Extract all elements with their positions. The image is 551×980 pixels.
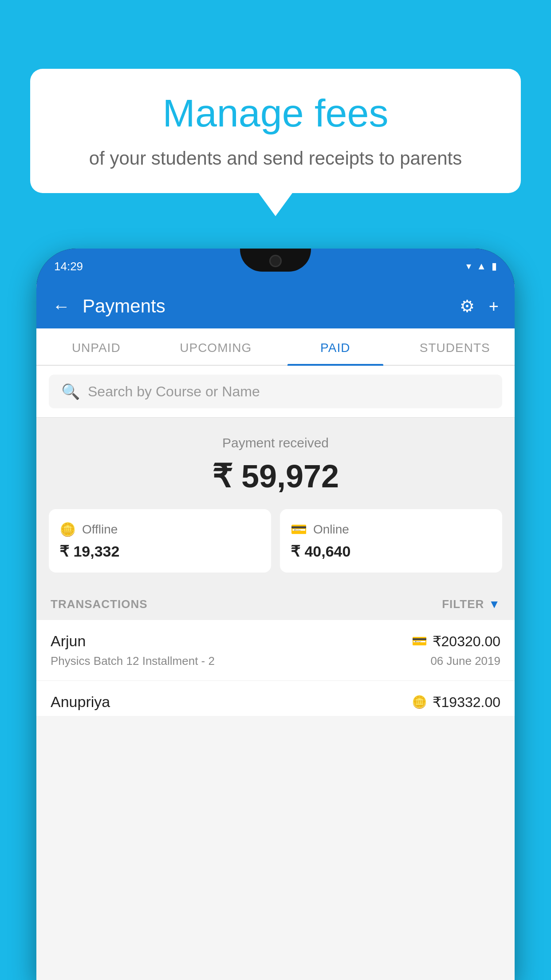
add-icon[interactable]: + <box>489 297 499 316</box>
transaction-row[interactable]: Arjun 💳 ₹20320.00 Physics Batch 12 Insta… <box>36 620 515 681</box>
offline-card-header: 🪙 Offline <box>59 522 260 537</box>
back-button[interactable]: ← <box>52 296 70 316</box>
search-placeholder: Search by Course or Name <box>88 383 260 400</box>
transaction-amount-row-2: 🪙 ₹19332.00 <box>412 694 500 711</box>
tab-paid[interactable]: PAID <box>276 328 395 365</box>
settings-icon[interactable]: ⚙ <box>460 296 475 316</box>
phone-frame: 14:29 ▾ ▲ ▮ ← Payments ⚙ + UNPAID UPCOMI… <box>36 249 515 980</box>
speech-bubble-section: Manage fees of your students and send re… <box>30 69 521 216</box>
search-container: 🔍 Search by Course or Name <box>36 366 515 418</box>
online-card: 💳 Online ₹ 40,640 <box>280 509 502 573</box>
payment-received-label: Payment received <box>49 435 502 450</box>
transaction-name: Arjun <box>51 632 86 650</box>
payment-total-amount: ₹ 59,972 <box>49 458 502 495</box>
speech-bubble: Manage fees of your students and send re… <box>30 69 521 193</box>
filter-button[interactable]: FILTER ▼ <box>442 597 500 611</box>
wifi-icon: ▾ <box>466 261 471 272</box>
transaction-partial-top: Anupriya 🪙 ₹19332.00 <box>51 693 500 711</box>
filter-icon: ▼ <box>488 597 500 611</box>
online-amount: ₹ 40,640 <box>291 542 492 560</box>
transaction-bottom: Physics Batch 12 Installment - 2 06 June… <box>51 654 500 668</box>
transaction-amount-2: ₹19332.00 <box>433 694 500 711</box>
transactions-label: TRANSACTIONS <box>51 597 148 611</box>
online-card-header: 💳 Online <box>291 522 492 537</box>
page-title: Payments <box>83 296 460 317</box>
bubble-title: Manage fees <box>57 92 494 135</box>
transaction-detail: Physics Batch 12 Installment - 2 <box>51 654 215 668</box>
tabs-bar: UNPAID UPCOMING PAID STUDENTS <box>36 328 515 366</box>
signal-icon: ▲ <box>476 261 486 272</box>
transaction-amount: ₹20320.00 <box>433 633 500 650</box>
offline-card: 🪙 Offline ₹ 19,332 <box>49 509 271 573</box>
offline-label: Offline <box>82 522 118 537</box>
transaction-name-2: Anupriya <box>51 693 110 711</box>
payment-summary: Payment received ₹ 59,972 🪙 Offline ₹ 19… <box>36 418 515 587</box>
payment-cards: 🪙 Offline ₹ 19,332 💳 Online ₹ 40,640 <box>49 509 502 573</box>
transactions-header: TRANSACTIONS FILTER ▼ <box>36 587 515 620</box>
transaction-top: Arjun 💳 ₹20320.00 <box>51 632 500 650</box>
search-icon: 🔍 <box>61 383 80 400</box>
filter-label: FILTER <box>442 597 484 611</box>
status-bar: 14:29 ▾ ▲ ▮ <box>36 249 515 284</box>
card-payment-icon: 💳 <box>412 634 427 648</box>
header-actions: ⚙ + <box>460 296 499 316</box>
app-screen: ← Payments ⚙ + UNPAID UPCOMING PAID STUD… <box>36 284 515 980</box>
status-icons: ▾ ▲ ▮ <box>466 261 497 272</box>
cash-payment-icon: 🪙 <box>412 695 427 709</box>
online-icon: 💳 <box>291 522 307 537</box>
status-time: 14:29 <box>54 260 83 273</box>
transaction-date: 06 June 2019 <box>430 654 500 668</box>
phone-notch <box>240 249 311 272</box>
online-label: Online <box>313 522 349 537</box>
battery-icon: ▮ <box>492 261 497 272</box>
bubble-arrow <box>259 193 292 216</box>
transaction-row-partial[interactable]: Anupriya 🪙 ₹19332.00 <box>36 681 515 716</box>
tab-upcoming[interactable]: UPCOMING <box>156 328 276 365</box>
app-header: ← Payments ⚙ + <box>36 284 515 328</box>
tab-students[interactable]: STUDENTS <box>395 328 515 365</box>
offline-amount: ₹ 19,332 <box>59 542 260 560</box>
bubble-subtitle: of your students and send receipts to pa… <box>57 146 494 172</box>
phone-camera <box>269 255 282 267</box>
transaction-amount-row: 💳 ₹20320.00 <box>412 633 500 650</box>
offline-icon: 🪙 <box>59 522 76 537</box>
tab-unpaid[interactable]: UNPAID <box>36 328 156 365</box>
search-box[interactable]: 🔍 Search by Course or Name <box>49 375 502 408</box>
